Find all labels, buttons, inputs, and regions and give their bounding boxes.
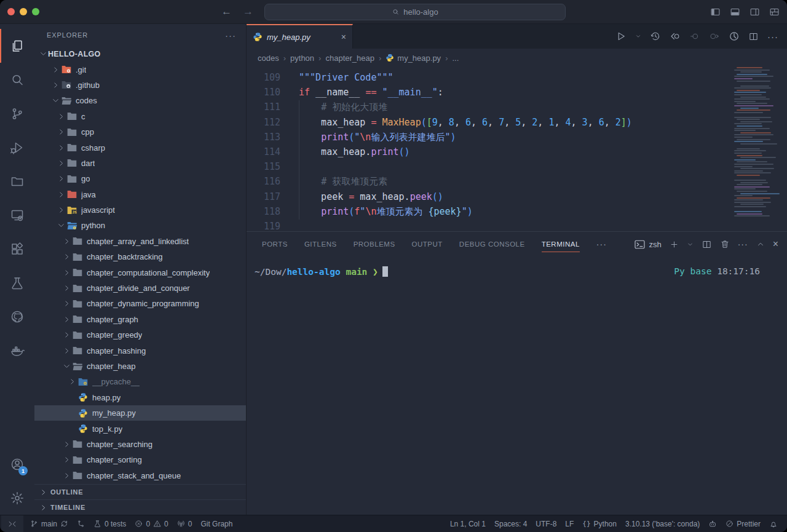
code-line-119[interactable]: 119 <box>247 219 787 231</box>
tree-item-chapter-heap[interactable]: chapter_heap <box>34 359 246 374</box>
panel-tab-output[interactable]: OUTPUT <box>412 232 443 256</box>
status-eol[interactable]: LF <box>561 515 578 532</box>
explorer-more-actions[interactable]: ··· <box>225 30 236 41</box>
tree-item-chapter-stack-and-queue[interactable]: chapter_stack_and_queue <box>34 468 246 483</box>
panel-tab-ports[interactable]: PORTS <box>262 232 288 256</box>
status-prettier[interactable]: Prettier <box>721 515 765 532</box>
activity-run-and-debug[interactable] <box>0 130 34 164</box>
code-line-114[interactable]: 114 max_heap.print() <box>247 145 787 159</box>
status-remote-indicator[interactable] <box>1 515 23 532</box>
tree-item-chapter-dynamic-programming[interactable]: chapter_dynamic_programming <box>34 296 246 311</box>
breadcrumb-item--[interactable]: ... <box>452 54 459 63</box>
tree-item-chapter-backtracking[interactable]: chapter_backtracking <box>34 249 246 264</box>
tree-item-chapter-searching[interactable]: chapter_searching <box>34 437 246 452</box>
outline-section[interactable]: OUTLINE <box>34 484 246 499</box>
code-line-111[interactable]: 111 # 初始化大顶堆 <box>247 100 787 114</box>
code-line-117[interactable]: 117 peek = max_heap.peek() <box>247 189 787 204</box>
tree-item-chapter-computational-complexity[interactable]: chapter_computational_complexity <box>34 264 246 280</box>
tree-item-chapter-array-and-linkedlist[interactable]: chapter_array_and_linkedlist <box>34 234 246 249</box>
toggle-panel-icon[interactable] <box>730 7 740 17</box>
minimap[interactable] <box>734 67 781 218</box>
tree-item-csharp[interactable]: csharp <box>34 140 246 155</box>
tree-item-top-k-py[interactable]: top_k.py <box>34 421 246 436</box>
status-tests[interactable]: 0 tests <box>89 515 130 532</box>
tree-item-python[interactable]: python <box>34 218 246 233</box>
status-language-mode[interactable]: {}Python <box>578 515 621 532</box>
tree-item-chapter-greedy[interactable]: chapter_greedy <box>34 327 246 343</box>
status-gitlens[interactable] <box>73 515 89 532</box>
activity-search[interactable] <box>0 63 34 97</box>
customize-layout-icon[interactable] <box>769 7 780 17</box>
tree-item-c[interactable]: c <box>34 109 246 124</box>
activity-remote-explorer[interactable] <box>0 198 34 232</box>
breadcrumb-item-codes[interactable]: codes <box>258 54 279 63</box>
command-center-search[interactable]: hello-algo <box>264 4 566 20</box>
tree-item-chapter-hashing[interactable]: chapter_hashing <box>34 343 246 358</box>
panel-tab-terminal[interactable]: TERMINAL <box>542 232 580 256</box>
status-git-branch[interactable]: main <box>26 515 73 532</box>
tree-item-cpp[interactable]: cpp <box>34 124 246 140</box>
tree-item--github[interactable]: .github <box>34 77 246 93</box>
tree-item--pycache-[interactable]: __pycache__ <box>34 374 246 389</box>
code-editor[interactable]: 109"""Driver Code"""110if __name__ == "_… <box>247 67 787 231</box>
nav-back-button[interactable]: ← <box>221 6 232 18</box>
tree-item-chapter-sorting[interactable]: chapter_sorting <box>34 452 246 467</box>
tree-item-my-heap-py[interactable]: my_heap.py <box>34 405 246 421</box>
editor-more-icon[interactable]: ··· <box>767 31 778 42</box>
kill-terminal-icon[interactable] <box>720 239 730 249</box>
toggle-secondary-sidebar-icon[interactable] <box>749 7 760 17</box>
run-python-file-icon[interactable] <box>615 31 627 42</box>
activity-docker[interactable] <box>0 333 34 367</box>
tree-item-chapter-divide-and-conquer[interactable]: chapter_divide_and_conquer <box>34 280 246 296</box>
tree-item-go[interactable]: go <box>34 171 246 186</box>
code-line-118[interactable]: 118 print(f"\n堆顶元素为 {peek}") <box>247 204 787 219</box>
panel-tab-debug-console[interactable]: DEBUG CONSOLE <box>459 232 525 256</box>
nav-forward-button[interactable]: → <box>243 6 253 18</box>
timeline-section[interactable]: TIMELINE <box>34 499 246 515</box>
split-terminal-icon[interactable] <box>702 239 712 250</box>
code-line-116[interactable]: 116 # 获取堆顶元素 <box>247 174 787 189</box>
tree-root-hello-algo[interactable]: HELLO-ALGO <box>34 46 246 62</box>
tree-item-heap-py[interactable]: heap.py <box>34 390 246 405</box>
status-notifications[interactable] <box>765 515 782 532</box>
status-copilot[interactable] <box>704 515 721 532</box>
panel-more-icon[interactable]: ··· <box>738 239 748 249</box>
status-python-interpreter[interactable]: 3.10.13 ('base': conda) <box>621 515 704 532</box>
status-encoding[interactable]: UTF-8 <box>531 515 561 532</box>
panel-tabs-overflow[interactable]: ··· <box>596 239 607 249</box>
nav-back-icon[interactable] <box>670 31 681 42</box>
minimize-window-button[interactable] <box>20 8 27 15</box>
tree-item-java[interactable]: java <box>34 187 246 202</box>
code-line-112[interactable]: 112 max_heap = MaxHeap([9, 8, 6, 6, 7, 5… <box>247 115 787 130</box>
split-editor-icon[interactable] <box>748 31 759 42</box>
terminal-shell-zsh[interactable]: zsh <box>635 240 661 249</box>
tree-item-dart[interactable]: dart <box>34 156 246 171</box>
activity-folder-view[interactable] <box>0 164 34 198</box>
nav-forward-icon[interactable] <box>709 31 720 42</box>
status-git-graph[interactable]: Git Graph <box>196 515 237 532</box>
breadcrumb-item-python[interactable]: python <box>290 54 314 63</box>
panel-tab-problems[interactable]: PROBLEMS <box>354 232 395 256</box>
zoom-window-button[interactable] <box>32 8 39 15</box>
toggle-primary-sidebar-icon[interactable] <box>710 7 721 17</box>
terminal-profile-dropdown-icon[interactable] <box>687 241 694 248</box>
activity-explorer[interactable] <box>0 29 34 63</box>
code-line-113[interactable]: 113 print("\n输入列表并建堆后") <box>247 130 787 145</box>
activity-settings[interactable] <box>0 481 34 515</box>
panel-tab-gitlens[interactable]: GITLENS <box>304 232 337 256</box>
status-problems[interactable]: 00 <box>130 515 172 532</box>
activity-extensions[interactable] <box>0 232 34 266</box>
activity-github[interactable] <box>0 300 34 333</box>
tree-item--git[interactable]: .git <box>34 62 246 77</box>
status-cursor-position[interactable]: Ln 1, Col 1 <box>446 515 490 532</box>
code-line-115[interactable]: 115 <box>247 159 787 174</box>
new-terminal-icon[interactable] <box>670 240 679 249</box>
status-indentation[interactable]: Spaces: 4 <box>490 515 531 532</box>
profile-run-icon[interactable] <box>729 31 740 42</box>
activity-testing[interactable] <box>0 266 34 300</box>
tree-item-javascript[interactable]: JSjavascript <box>34 202 246 218</box>
breadcrumb-item-my-heap-py[interactable]: my_heap.py <box>386 54 441 63</box>
nav-circle-icon[interactable] <box>689 31 700 42</box>
code-line-109[interactable]: 109"""Driver Code""" <box>247 70 787 85</box>
close-window-button[interactable] <box>7 8 15 15</box>
